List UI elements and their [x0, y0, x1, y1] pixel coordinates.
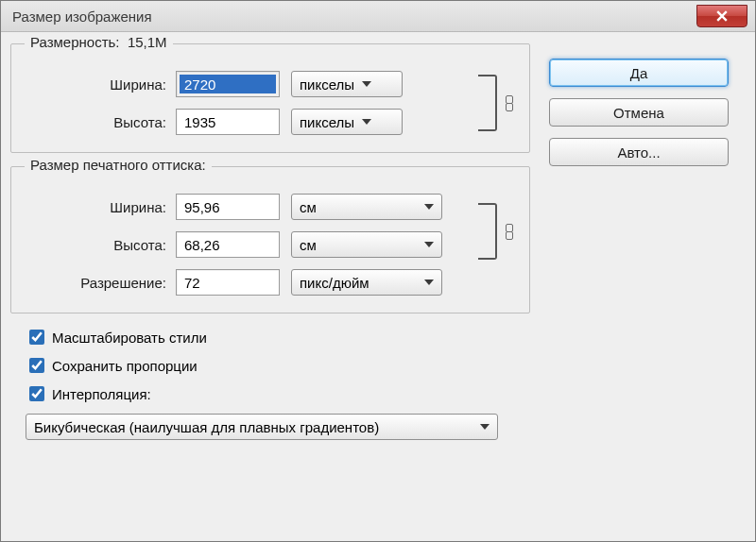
scale-styles-input[interactable]	[29, 330, 44, 345]
dimensions-size: 15,1M	[128, 34, 167, 50]
close-icon	[716, 10, 728, 22]
close-button[interactable]	[696, 5, 747, 27]
constrain-proportions-checkbox[interactable]: Сохранить пропорции	[26, 355, 530, 376]
doc-width-label: Ширина:	[25, 199, 176, 215]
pixel-height-unit-value: пикселы	[300, 114, 354, 130]
resolution-label: Разрешение:	[25, 275, 176, 291]
bracket-icon	[478, 75, 497, 131]
pixel-width-row: Ширина: пикселы	[25, 71, 478, 97]
pixel-height-unit-dropdown[interactable]: пикселы	[291, 109, 403, 135]
bracket-icon	[478, 203, 497, 260]
doc-width-unit-dropdown[interactable]: см	[291, 194, 442, 220]
chevron-down-icon	[362, 81, 371, 87]
scale-styles-label: Масштабировать стили	[52, 330, 207, 346]
chain-icon	[503, 94, 516, 111]
doc-height-unit-dropdown[interactable]: см	[291, 231, 442, 258]
left-column: Размерность: 15,1M Ширина:	[10, 43, 530, 440]
pixel-height-row: Высота: пикселы	[25, 109, 478, 135]
dimensions-label: Размерность:	[30, 34, 120, 50]
doc-height-unit-value: см	[300, 237, 317, 253]
pixel-height-label: Высота:	[25, 114, 176, 130]
interpolation-method-dropdown[interactable]: Бикубическая (наилучшая для плавных град…	[26, 414, 498, 440]
pixel-dimensions-legend: Размерность: 15,1M	[25, 34, 173, 50]
scale-styles-checkbox[interactable]: Масштабировать стили	[26, 327, 530, 347]
chevron-down-icon	[480, 424, 490, 430]
image-size-dialog: Размер изображения Размерность: 15,1M Ши…	[0, 0, 756, 542]
resample-checkbox[interactable]: Интерполяция:	[26, 383, 530, 404]
pixel-height-input[interactable]	[176, 109, 280, 135]
resolution-row: Разрешение: пикс/дюйм	[25, 269, 516, 296]
auto-button[interactable]: Авто...	[549, 138, 729, 166]
doc-width-input[interactable]	[176, 194, 280, 220]
chevron-down-icon	[424, 242, 434, 247]
pixel-dimensions-group: Размерность: 15,1M Ширина:	[10, 43, 530, 153]
interpolation-method-value: Бикубическая (наилучшая для плавных град…	[34, 419, 379, 435]
doc-width-unit-value: см	[300, 199, 317, 215]
pixel-width-unit-dropdown[interactable]: пикселы	[291, 71, 403, 97]
chain-icon	[503, 223, 516, 240]
constrain-proportions-label: Сохранить пропорции	[52, 358, 198, 374]
resample-label: Интерполяция:	[52, 386, 151, 402]
titlebar: Размер изображения	[1, 1, 755, 32]
document-size-legend: Размер печатного оттиска:	[25, 157, 212, 173]
chevron-down-icon	[424, 204, 434, 210]
chevron-down-icon	[362, 119, 371, 125]
right-column: Да Отмена Авто...	[549, 43, 729, 440]
cancel-button[interactable]: Отмена	[549, 98, 729, 127]
doc-height-label: Высота:	[25, 237, 176, 253]
window-title: Размер изображения	[12, 8, 152, 25]
resolution-input[interactable]	[176, 269, 280, 296]
resolution-unit-dropdown[interactable]: пикс/дюйм	[291, 269, 442, 296]
ok-button[interactable]: Да	[549, 59, 729, 87]
doc-height-row: Высота: см	[25, 231, 478, 258]
doc-link-indicator	[478, 194, 516, 269]
constrain-proportions-input[interactable]	[29, 358, 44, 373]
chevron-down-icon	[424, 279, 434, 285]
dialog-body: Размерность: 15,1M Ширина:	[1, 32, 755, 449]
doc-height-input[interactable]	[176, 231, 280, 258]
pixel-width-input[interactable]	[176, 71, 280, 97]
doc-width-row: Ширина: см	[25, 194, 478, 220]
pixel-width-unit-value: пикселы	[300, 76, 354, 93]
resolution-unit-value: пикс/дюйм	[300, 275, 369, 291]
resample-input[interactable]	[29, 386, 44, 401]
pixel-link-indicator	[478, 71, 516, 135]
pixel-width-label: Ширина:	[25, 76, 176, 93]
document-size-group: Размер печатного оттиска: Ширина: см	[10, 166, 530, 313]
